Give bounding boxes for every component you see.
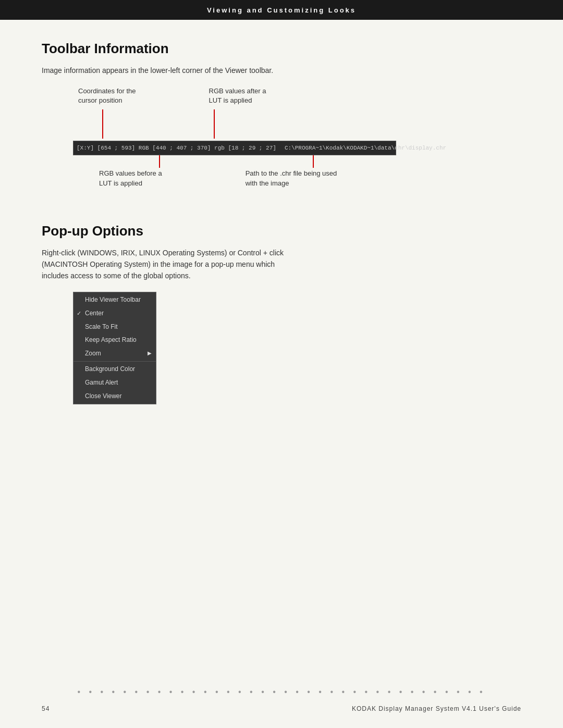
red-line-mid — [214, 109, 215, 139]
footer-dots: • • • • • • • • • • • • • • • • • • • • … — [0, 687, 563, 697]
menu-item-hide-viewer-toolbar[interactable]: Hide Viewer Toolbar — [74, 293, 156, 307]
menu-separator — [74, 361, 156, 362]
menu-item-keep-aspect-ratio[interactable]: Keep Aspect Ratio — [74, 334, 156, 347]
menu-item-zoom[interactable]: Zoom — [74, 347, 156, 361]
red-line-bottom-right — [313, 155, 314, 168]
bottom-callouts: RGB values before aLUT is applied Path t… — [73, 155, 521, 188]
toolbar-bar: [X:Y] [654 ; 593] RGB [440 ; 407 ; 370] … — [73, 141, 396, 155]
callout-bottom-left: RGB values before aLUT is applied — [99, 169, 162, 188]
toolbar-right-text: C:\PROGRA~1\Kodak\KODAKD~1\data\chr\disp… — [285, 145, 446, 151]
callout-row-top: Coordinates for thecursor position RGB v… — [73, 87, 521, 105]
header-bar: Viewing and Customizing Looks — [0, 0, 563, 20]
popup-intro: Right-click (WINDOWS, IRIX, LINUX Operat… — [42, 248, 521, 281]
toolbar-left-text: [X:Y] [654 ; 593] RGB [440 ; 407 ; 370] … — [77, 145, 276, 151]
callout-top-left: Coordinates for thecursor position — [78, 87, 136, 105]
lines-container — [73, 109, 521, 141]
red-line-bottom-left — [159, 155, 160, 168]
menu-item-center[interactable]: Center — [74, 307, 156, 320]
menu-item-background-color[interactable]: Background Color — [74, 363, 156, 376]
red-line-left — [102, 109, 103, 139]
menu-item-gamut-alert[interactable]: Gamut Alert — [74, 376, 156, 390]
popup-section: Pop-up Options Right-click (WINDOWS, IRI… — [42, 223, 521, 404]
footer-guide-title: KODAK Display Manager System V4.1 User's… — [352, 705, 521, 712]
callout-bottom-right: Path to the .chr file being usedwith the… — [246, 169, 337, 188]
menu-item-scale-to-fit[interactable]: Scale To Fit — [74, 320, 156, 334]
callout-top-right: RGB values after aLUT is applied — [209, 87, 266, 105]
toolbar-section-title: Toolbar Information — [42, 41, 521, 57]
diagram-area: Coordinates for thecursor position RGB v… — [73, 87, 521, 197]
header-label: Viewing and Customizing Looks — [207, 6, 356, 14]
toolbar-intro: Image information appears in the lower-l… — [42, 65, 521, 76]
footer-page-number: 54 — [42, 705, 50, 712]
menu-item-close-viewer[interactable]: Close Viewer — [74, 390, 156, 403]
context-menu: Hide Viewer Toolbar Center Scale To Fit … — [73, 292, 156, 404]
footer-text: 54 KODAK Display Manager System V4.1 Use… — [0, 705, 563, 712]
callout-row-bottom: RGB values before aLUT is applied Path t… — [73, 155, 521, 197]
main-content: Toolbar Information Image information ap… — [0, 41, 563, 404]
popup-section-title: Pop-up Options — [42, 223, 521, 239]
